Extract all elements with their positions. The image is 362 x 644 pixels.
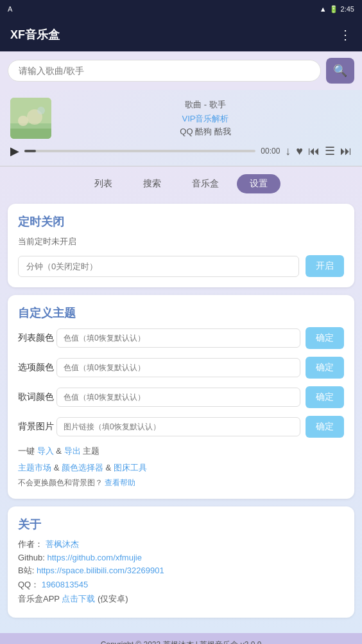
progress-bar-row: ▶ 00:00 ↓ ♥ ⏮ ☰ ⏭ bbox=[10, 144, 352, 158]
tab-settings[interactable]: 设置 bbox=[237, 174, 280, 193]
author-label: 作者： bbox=[18, 539, 43, 549]
time-display: 00:00 bbox=[261, 147, 280, 156]
player-song-info: 歌曲 - 歌手 bbox=[59, 99, 352, 111]
status-right: ▲ 🔋 2:45 bbox=[320, 5, 354, 13]
image-host-link[interactable]: 图床工具 bbox=[114, 463, 147, 472]
prev-button[interactable]: ⏮ bbox=[308, 145, 320, 158]
market-link[interactable]: 主题市场 bbox=[18, 463, 51, 472]
theme-help-link[interactable]: 查看帮助 bbox=[105, 478, 135, 487]
import-export-sep: & bbox=[56, 446, 62, 456]
app-download-link[interactable]: 点击下载 bbox=[62, 594, 95, 604]
theme-label-option: 选项颜色 bbox=[18, 362, 56, 373]
timer-status: 当前定时未开启 bbox=[18, 236, 344, 247]
about-author: 作者： 菩枫沐杰 bbox=[18, 539, 344, 550]
search-bar: 🔍 bbox=[0, 51, 362, 90]
player-sources: QQ 酷狗 酷我 bbox=[59, 126, 352, 138]
time-display: 2:45 bbox=[341, 5, 354, 13]
theme-import-export-row: 一键 导入 & 导出 主题 bbox=[18, 445, 344, 457]
theme-label-bg: 背景图片 bbox=[18, 421, 56, 433]
theme-title: 自定义主题 bbox=[18, 305, 344, 321]
qq-label: QQ： bbox=[18, 580, 39, 589]
export-link[interactable]: 导出 bbox=[64, 446, 81, 456]
theme-confirm-lyrics[interactable]: 确定 bbox=[306, 386, 344, 408]
search-icon: 🔍 bbox=[333, 64, 347, 78]
about-bilibili: B站: https://space.bilibili.com/32269901 bbox=[18, 565, 344, 577]
app-indicator: A bbox=[8, 5, 12, 13]
app-label: 音乐盒APP bbox=[18, 594, 62, 604]
player-meta: 歌曲 - 歌手 VIP音乐解析 QQ 酷狗 酷我 bbox=[59, 99, 352, 138]
timer-enable-button[interactable]: 开启 bbox=[306, 255, 344, 277]
search-input[interactable] bbox=[8, 60, 321, 82]
theme-input-bg[interactable] bbox=[56, 417, 300, 436]
theme-section: 自定义主题 列表颜色 确定 选项颜色 确定 歌词颜色 确定 背景图片 确定 一键… bbox=[8, 295, 354, 499]
player-vip[interactable]: VIP音乐解析 bbox=[59, 113, 352, 125]
theme-help-text: 不会更换颜色和背景图？ bbox=[18, 478, 103, 487]
progress-fill bbox=[24, 150, 36, 152]
player: 歌曲 - 歌手 VIP音乐解析 QQ 酷狗 酷我 ▶ 00:00 ↓ ♥ ⏮ ☰… bbox=[0, 90, 362, 166]
search-button[interactable]: 🔍 bbox=[326, 58, 354, 84]
bilibili-link[interactable]: https://space.bilibili.com/32269901 bbox=[37, 566, 164, 575]
github-label: Github: bbox=[18, 553, 47, 562]
app-bar: XF音乐盒 ⋮ bbox=[0, 18, 362, 51]
color-picker-link[interactable]: 颜色选择器 bbox=[62, 463, 103, 472]
wifi-icon: ▲ bbox=[320, 5, 327, 13]
theme-input-list[interactable] bbox=[56, 328, 300, 348]
about-qq: QQ： 1960813545 bbox=[18, 579, 344, 591]
timer-section: 定时关闭 当前定时未开启 开启 bbox=[8, 204, 354, 287]
svg-point-5 bbox=[37, 107, 45, 114]
theme-links-sep1: & bbox=[54, 463, 62, 472]
theme-help-row: 不会更换颜色和背景图？ 查看帮助 bbox=[18, 478, 344, 488]
heart-button[interactable]: ♥ bbox=[296, 145, 303, 158]
progress-track[interactable] bbox=[24, 150, 255, 152]
theme-confirm-bg[interactable]: 确定 bbox=[306, 416, 344, 438]
theme-row-lyrics: 歌词颜色 确定 bbox=[18, 386, 344, 408]
theme-confirm-list[interactable]: 确定 bbox=[306, 327, 344, 349]
player-info: 歌曲 - 歌手 VIP音乐解析 QQ 酷狗 酷我 bbox=[10, 98, 352, 139]
svg-rect-4 bbox=[10, 129, 51, 139]
footer-copyright: Copyright © 2023 菩枫沐杰 | 菩枫音乐盒 v3.0.9 bbox=[6, 640, 356, 644]
theme-links-row: 主题市场 & 颜色选择器 & 图床工具 bbox=[18, 462, 344, 474]
battery-icon: 🔋 bbox=[329, 5, 338, 13]
main-content: 列表 搜索 音乐盒 设置 定时关闭 当前定时未开启 开启 自定义主题 列表颜色 … bbox=[0, 166, 362, 633]
theme-row-bg: 背景图片 确定 bbox=[18, 416, 344, 438]
author-link[interactable]: 菩枫沐杰 bbox=[46, 539, 79, 549]
menu-icon[interactable]: ⋮ bbox=[339, 27, 352, 42]
list-button[interactable]: ☰ bbox=[325, 144, 335, 158]
tab-search[interactable]: 搜索 bbox=[130, 174, 174, 193]
github-link[interactable]: https://github.com/xfmujie bbox=[47, 553, 142, 562]
download-button[interactable]: ↓ bbox=[285, 145, 291, 158]
app-title: XF音乐盒 bbox=[10, 27, 60, 42]
timer-input[interactable] bbox=[18, 256, 299, 277]
play-button[interactable]: ▶ bbox=[10, 144, 19, 158]
theme-links-sep2: & bbox=[106, 463, 114, 472]
import-export-suffix: 主题 bbox=[83, 446, 99, 456]
theme-input-lyrics[interactable] bbox=[56, 388, 300, 407]
import-export-prefix: 一键 bbox=[18, 446, 37, 456]
theme-input-option[interactable] bbox=[56, 358, 300, 377]
theme-row-list: 列表颜色 确定 bbox=[18, 327, 344, 349]
app-suffix: (仅安卓) bbox=[98, 594, 128, 604]
theme-label-lyrics: 歌词颜色 bbox=[18, 391, 56, 403]
qq-link[interactable]: 1960813545 bbox=[42, 580, 88, 589]
tab-musicbox[interactable]: 音乐盒 bbox=[179, 174, 232, 193]
tab-list[interactable]: 列表 bbox=[82, 174, 125, 193]
svg-point-2 bbox=[18, 116, 28, 126]
about-app: 音乐盒APP 点击下载 (仅安卓) bbox=[18, 593, 344, 605]
about-github: Github: https://github.com/xfmujie bbox=[18, 553, 344, 562]
timer-row: 开启 bbox=[18, 255, 344, 277]
timer-title: 定时关闭 bbox=[18, 214, 344, 229]
import-link[interactable]: 导入 bbox=[37, 446, 54, 456]
album-art bbox=[10, 98, 51, 139]
theme-row-option: 选项颜色 确定 bbox=[18, 357, 344, 379]
about-section: 关于 作者： 菩枫沐杰 Github: https://github.com/x… bbox=[8, 506, 354, 618]
bilibili-label: B站: bbox=[18, 566, 37, 575]
theme-confirm-option[interactable]: 确定 bbox=[306, 357, 344, 379]
theme-label-list: 列表颜色 bbox=[18, 332, 56, 344]
about-title: 关于 bbox=[18, 517, 344, 532]
tabs: 列表 搜索 音乐盒 设置 bbox=[8, 174, 354, 193]
footer: Copyright © 2023 菩枫沐杰 | 菩枫音乐盒 v3.0.9 总访问… bbox=[0, 633, 362, 644]
next-button[interactable]: ⏭ bbox=[340, 145, 352, 158]
status-bar: A ▲ 🔋 2:45 bbox=[0, 0, 362, 18]
